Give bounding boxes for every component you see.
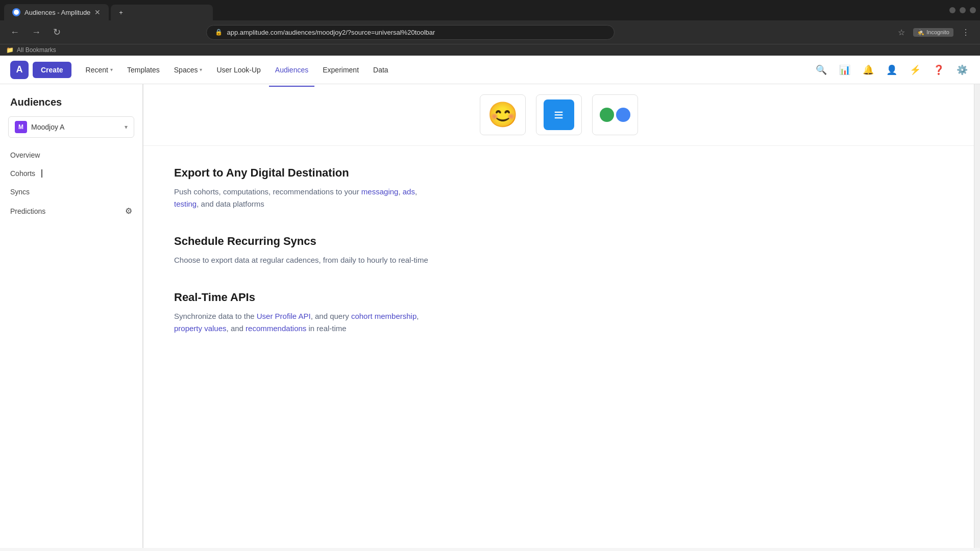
new-tab-button[interactable]: + bbox=[111, 5, 213, 20]
messaging-link[interactable]: messaging bbox=[361, 187, 399, 196]
tab-close-button[interactable]: ✕ bbox=[94, 8, 101, 16]
browser-tabs: Audiences - Amplitude ✕ + bbox=[0, 0, 980, 20]
org-chevron-down-icon: ▾ bbox=[125, 123, 128, 131]
person-icon-button[interactable]: 👤 bbox=[884, 62, 899, 78]
address-bar[interactable]: 🔒 app.amplitude.com/audiences/moodjoy2/?… bbox=[206, 25, 615, 40]
bookmarks-bar: 📁 All Bookmarks bbox=[0, 44, 980, 56]
ads-link[interactable]: ads bbox=[403, 187, 415, 196]
bookmarks-label: All Bookmarks bbox=[17, 46, 56, 54]
browser-actions: ☆ 🕵 Incognito ⋮ bbox=[894, 26, 974, 39]
sidebar-item-label: Syncs bbox=[10, 188, 30, 196]
org-selector[interactable]: M Moodjoy A ▾ bbox=[8, 116, 134, 138]
feature-export-desc: Push cohorts, computations, recommendati… bbox=[174, 186, 429, 210]
google-logo-icon bbox=[600, 108, 630, 122]
search-icon-button[interactable]: 🔍 bbox=[814, 62, 829, 78]
browser-chrome: Audiences - Amplitude ✕ + ← → ↻ 🔒 app.am… bbox=[0, 0, 980, 56]
incognito-label: Incognito bbox=[926, 29, 949, 35]
chevron-down-icon: ▾ bbox=[200, 67, 202, 72]
feature-api-title: Real-Time APIs bbox=[174, 291, 943, 304]
chart-icon-button[interactable]: 📊 bbox=[837, 62, 852, 78]
url-text: app.amplitude.com/audiences/moodjoy2/?so… bbox=[227, 29, 435, 36]
cohort-membership-link[interactable]: cohort membership bbox=[351, 312, 416, 320]
org-avatar: M bbox=[15, 121, 27, 133]
tab-favicon bbox=[12, 8, 20, 16]
incognito-icon: 🕵 bbox=[917, 29, 924, 36]
code-icon-button[interactable]: ⚡ bbox=[908, 62, 923, 78]
smile-logo-icon: 😊 bbox=[487, 101, 518, 129]
bookmarks-icon: 📁 bbox=[6, 46, 14, 54]
nav-item-recent[interactable]: Recent ▾ bbox=[80, 62, 119, 78]
close-window-button[interactable] bbox=[970, 7, 976, 13]
bookmark-button[interactable]: ☆ bbox=[894, 26, 909, 39]
nav-item-user-lookup[interactable]: User Look-Up bbox=[210, 62, 266, 78]
sidebar-item-syncs[interactable]: Syncs bbox=[0, 183, 142, 201]
sidebar-item-label: Overview bbox=[10, 151, 40, 159]
feature-export-title: Export to Any Digital Destination bbox=[174, 166, 943, 180]
forward-button[interactable]: → bbox=[28, 25, 45, 40]
app-container: A Create Recent ▾ Templates Spaces ▾ Use… bbox=[0, 56, 980, 548]
feature-export: Export to Any Digital Destination Push c… bbox=[174, 166, 943, 210]
refresh-button[interactable]: ↻ bbox=[49, 24, 65, 40]
green-circle-icon bbox=[600, 108, 614, 122]
nav-item-audiences[interactable]: Audiences bbox=[269, 62, 314, 78]
lock-icon: 🔒 bbox=[215, 29, 223, 36]
extensions-button[interactable]: ⋮ bbox=[958, 26, 974, 39]
nav-item-experiment[interactable]: Experiment bbox=[316, 62, 365, 78]
create-button[interactable]: Create bbox=[33, 62, 71, 78]
minimize-button[interactable] bbox=[949, 7, 955, 13]
sidebar-item-overview[interactable]: Overview bbox=[0, 146, 142, 164]
main-content: 😊 ≡ bbox=[143, 84, 974, 548]
back-button[interactable]: ← bbox=[6, 25, 23, 40]
bell-icon-button[interactable]: 🔔 bbox=[861, 62, 876, 78]
recommendations-link[interactable]: recommendations bbox=[246, 324, 306, 333]
feature-syncs-desc: Choose to export data at regular cadence… bbox=[174, 254, 429, 266]
predictions-icon: ⚙ bbox=[125, 206, 132, 216]
browser-controls: ← → ↻ 🔒 app.amplitude.com/audiences/mood… bbox=[0, 20, 980, 44]
org-name: Moodjoy A bbox=[31, 123, 64, 131]
nav-items: Recent ▾ Templates Spaces ▾ User Look-Up… bbox=[80, 62, 395, 78]
feature-syncs: Schedule Recurring Syncs Choose to expor… bbox=[174, 235, 943, 266]
logo-item-smile: 😊 bbox=[480, 94, 526, 135]
nav-right: 🔍 📊 🔔 👤 ⚡ ❓ ⚙️ bbox=[814, 62, 970, 78]
feature-api: Real-Time APIs Synchronize data to the U… bbox=[174, 291, 943, 335]
sidebar: Audiences M Moodjoy A ▾ Overview Cohorts bbox=[0, 84, 143, 548]
logo-item-intercom: ≡ bbox=[536, 94, 582, 135]
nav-item-templates[interactable]: Templates bbox=[121, 62, 166, 78]
sidebar-item-predictions[interactable]: Predictions ⚙ bbox=[0, 201, 142, 221]
help-icon-button[interactable]: ❓ bbox=[931, 62, 946, 78]
logo-item-google bbox=[592, 94, 638, 135]
active-tab[interactable]: Audiences - Amplitude ✕ bbox=[4, 4, 109, 20]
settings-icon-button[interactable]: ⚙️ bbox=[954, 62, 970, 78]
sidebar-nav: Overview Cohorts Syncs Predictions ⚙ bbox=[0, 146, 142, 221]
features-section: Export to Any Digital Destination Push c… bbox=[143, 146, 974, 380]
content-card: 😊 ≡ bbox=[143, 84, 974, 548]
chevron-down-icon: ▾ bbox=[110, 67, 113, 72]
logos-section: 😊 ≡ bbox=[143, 84, 974, 146]
sidebar-item-label: Predictions bbox=[10, 207, 45, 215]
user-profile-api-link[interactable]: User Profile API bbox=[257, 312, 311, 320]
blue-circle-icon bbox=[616, 108, 630, 122]
amplitude-logo[interactable]: A bbox=[10, 61, 29, 79]
maximize-button[interactable] bbox=[960, 7, 966, 13]
sidebar-title: Audiences bbox=[0, 92, 142, 116]
nav-item-spaces[interactable]: Spaces ▾ bbox=[168, 62, 209, 78]
property-values-link[interactable]: property values bbox=[174, 324, 227, 333]
tab-title: Audiences - Amplitude bbox=[24, 9, 90, 16]
top-nav: A Create Recent ▾ Templates Spaces ▾ Use… bbox=[0, 56, 980, 84]
sidebar-item-cohorts[interactable]: Cohorts bbox=[0, 164, 142, 183]
svg-point-0 bbox=[14, 10, 19, 15]
intercom-logo-icon: ≡ bbox=[544, 99, 574, 130]
feature-api-desc: Synchronize data to the User Profile API… bbox=[174, 310, 429, 335]
incognito-badge: 🕵 Incognito bbox=[913, 28, 953, 37]
feature-syncs-title: Schedule Recurring Syncs bbox=[174, 235, 943, 248]
content-area: Audiences M Moodjoy A ▾ Overview Cohorts bbox=[0, 84, 980, 548]
testing-link[interactable]: testing bbox=[174, 199, 197, 208]
sidebar-item-label: Cohorts bbox=[10, 169, 35, 178]
scrollbar[interactable] bbox=[974, 84, 980, 548]
nav-item-data[interactable]: Data bbox=[367, 62, 395, 78]
